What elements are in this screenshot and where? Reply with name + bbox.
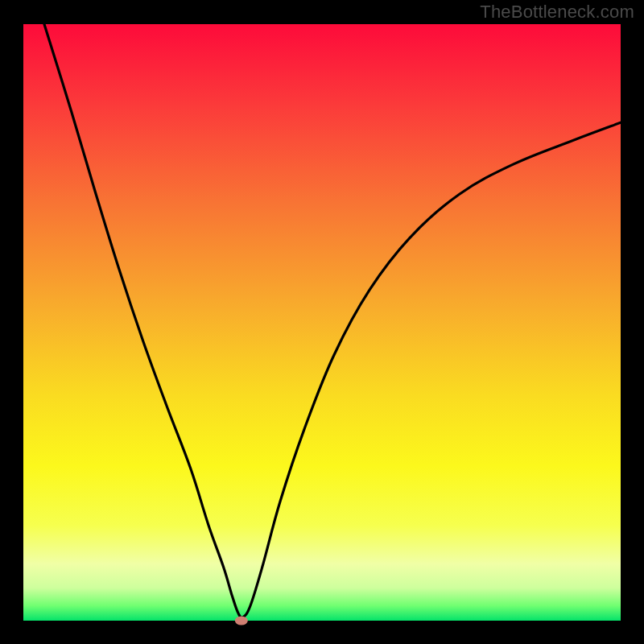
chart-frame: TheBottleneck.com xyxy=(0,0,644,644)
bottleneck-chart xyxy=(0,0,644,644)
plot-background xyxy=(23,24,621,621)
minimum-marker xyxy=(235,617,248,625)
watermark-text: TheBottleneck.com xyxy=(480,2,634,23)
